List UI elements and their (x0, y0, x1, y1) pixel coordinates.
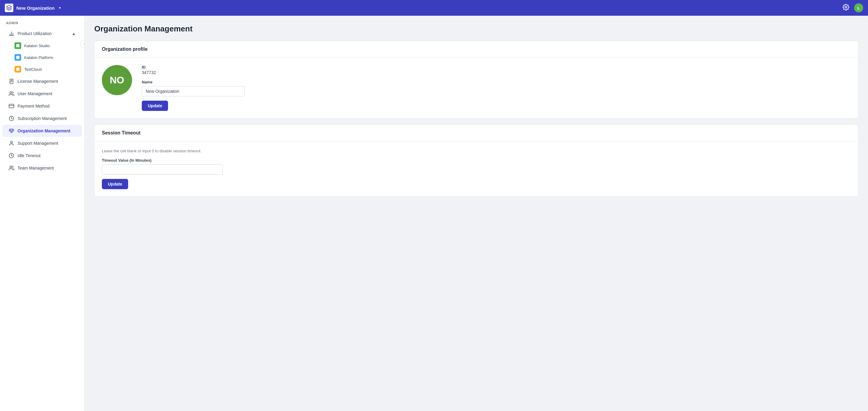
support-management-label: Support Management (18, 141, 58, 146)
payment-icon (8, 103, 14, 109)
katalon-studio-icon (14, 42, 21, 49)
user-management-icon (8, 91, 14, 97)
sidebar-item-support-management[interactable]: Support Management (2, 137, 82, 149)
subscription-icon (8, 116, 14, 122)
sidebar-item-payment-method[interactable]: Payment Method (2, 100, 82, 112)
clock-icon (8, 153, 14, 159)
testcloud-label: TestCloud (24, 67, 42, 72)
sidebar-item-katalon-platform[interactable]: Katalon Platform (8, 52, 82, 63)
topnav: New Organization ▾ L (0, 0, 868, 16)
svg-point-24 (10, 141, 12, 143)
license-icon (8, 78, 14, 84)
session-timeout-card: Session Timeout Leave the cell blank or … (94, 125, 858, 197)
sidebar-item-testcloud[interactable]: TestCloud (8, 63, 82, 75)
sidebar-item-license-management[interactable]: License Management (2, 75, 82, 87)
org-info: ID 347732 Name Update (142, 65, 851, 111)
sidebar: ‹ ADMIN Product Utilization ▲ (0, 16, 85, 411)
sidebar-item-product-utilization[interactable]: Product Utilization ▲ (2, 28, 82, 40)
testcloud-icon (14, 66, 21, 72)
sidebar-group-left: Product Utilization (8, 31, 52, 37)
page-title: Organization Management (94, 24, 858, 34)
license-management-label: License Management (18, 79, 58, 84)
svg-rect-6 (16, 56, 20, 59)
session-timeout-update-button[interactable]: Update (102, 179, 128, 189)
svg-rect-5 (16, 44, 20, 48)
idle-timeout-label: Idle Timeout (18, 153, 40, 158)
org-name-label: New Organization (16, 5, 55, 10)
user-avatar[interactable]: L (854, 3, 863, 12)
timeout-value-input[interactable] (102, 164, 223, 175)
settings-icon[interactable] (843, 4, 849, 12)
topnav-right: L (843, 3, 863, 12)
sidebar-item-organization-management[interactable]: Organization Management (2, 125, 82, 137)
topnav-left: New Organization ▾ (5, 4, 61, 12)
product-utilization-label: Product Utilization (18, 31, 52, 36)
team-management-label: Team Management (18, 166, 54, 170)
payment-method-label: Payment Method (18, 104, 50, 108)
org-profile-body: NO ID 347732 Name Update (95, 58, 858, 118)
sidebar-item-idle-timeout[interactable]: Idle Timeout (2, 150, 82, 162)
svg-rect-13 (9, 104, 14, 108)
org-name-input[interactable] (142, 86, 245, 96)
katalon-platform-icon (14, 54, 21, 61)
org-management-icon (8, 128, 14, 134)
chart-icon (8, 31, 14, 37)
admin-label: ADMIN (0, 16, 84, 27)
timeout-hint: Leave the cell blank or input 0 to disab… (102, 149, 851, 153)
product-utilization-subitems: Katalon Studio Katalon Platform TestClou… (0, 40, 84, 75)
org-profile-card: Organization profile NO ID 347732 Name U… (94, 41, 858, 119)
support-icon (8, 140, 14, 146)
sidebar-item-katalon-studio[interactable]: Katalon Studio (8, 40, 82, 51)
timeout-value-label: Timeout Value (In Minutes) (102, 158, 851, 163)
sidebar-item-user-management[interactable]: User Management (2, 88, 82, 100)
name-label: Name (142, 80, 851, 84)
layout: ‹ ADMIN Product Utilization ▲ (0, 16, 868, 411)
session-timeout-header: Session Timeout (95, 125, 858, 141)
expand-chevron-icon: ▲ (72, 31, 76, 36)
sidebar-item-subscription-management[interactable]: Subscription Management (2, 113, 82, 125)
id-label: ID (142, 65, 851, 69)
org-dropdown-chevron[interactable]: ▾ (59, 6, 61, 10)
org-avatar: NO (102, 65, 132, 95)
team-icon (8, 165, 14, 171)
svg-point-12 (10, 92, 12, 93)
svg-point-0 (845, 6, 847, 8)
session-timeout-body: Leave the cell blank or input 0 to disab… (95, 141, 858, 196)
app-logo[interactable] (5, 4, 13, 12)
svg-point-26 (10, 166, 12, 168)
svg-rect-7 (16, 68, 20, 71)
org-profile-row: NO ID 347732 Name Update (102, 65, 851, 111)
org-update-button[interactable]: Update (142, 101, 168, 111)
katalon-studio-label: Katalon Studio (24, 43, 50, 48)
user-management-label: User Management (18, 91, 52, 96)
id-value: 347732 (142, 70, 851, 75)
subscription-management-label: Subscription Management (18, 116, 67, 121)
organization-management-label: Organization Management (18, 128, 70, 133)
org-profile-header: Organization profile (95, 41, 858, 58)
sidebar-item-team-management[interactable]: Team Management (2, 162, 82, 174)
katalon-platform-label: Katalon Platform (24, 55, 53, 60)
main-content: Organization Management Organization pro… (85, 16, 868, 411)
